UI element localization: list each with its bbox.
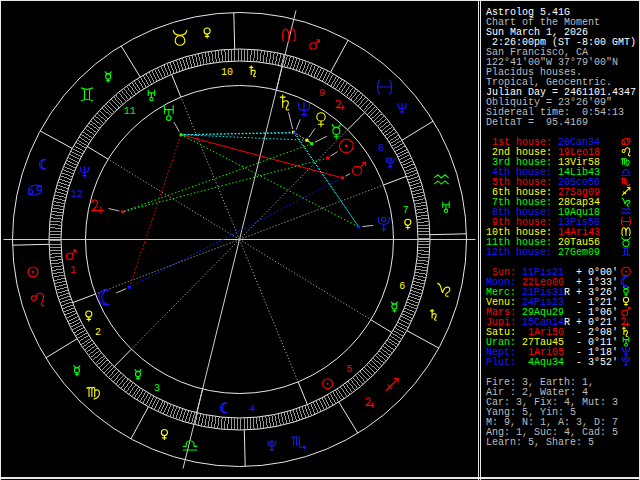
svg-text:3: 3: [154, 383, 160, 394]
svg-text:9: 9: [319, 88, 325, 99]
svg-text:R: R: [564, 317, 570, 328]
svg-text:12th house:: 12th house:: [486, 247, 552, 258]
svg-text:- 3°52': - 3°52': [576, 357, 618, 368]
svg-text:R: R: [564, 287, 570, 298]
svg-text:DeltaT = 95.4169: DeltaT = 95.4169: [486, 117, 588, 128]
svg-text:10: 10: [221, 67, 233, 78]
svg-text:8: 8: [378, 143, 384, 154]
svg-text:7: 7: [403, 205, 409, 216]
svg-text:Learn: 5, Share: 5: Learn: 5, Share: 5: [486, 437, 594, 448]
svg-text:11: 11: [124, 106, 136, 117]
svg-text:2: 2: [95, 327, 101, 338]
svg-text:4: 4: [249, 404, 255, 415]
svg-text:12: 12: [71, 189, 83, 200]
svg-text:4Aqu34: 4Aqu34: [522, 357, 564, 368]
svg-text:5: 5: [346, 364, 352, 375]
svg-text:1: 1: [70, 265, 76, 276]
svg-text:27Gem09: 27Gem09: [558, 247, 600, 258]
svg-text:6: 6: [399, 281, 405, 292]
svg-text:Plut:: Plut:: [486, 357, 516, 368]
